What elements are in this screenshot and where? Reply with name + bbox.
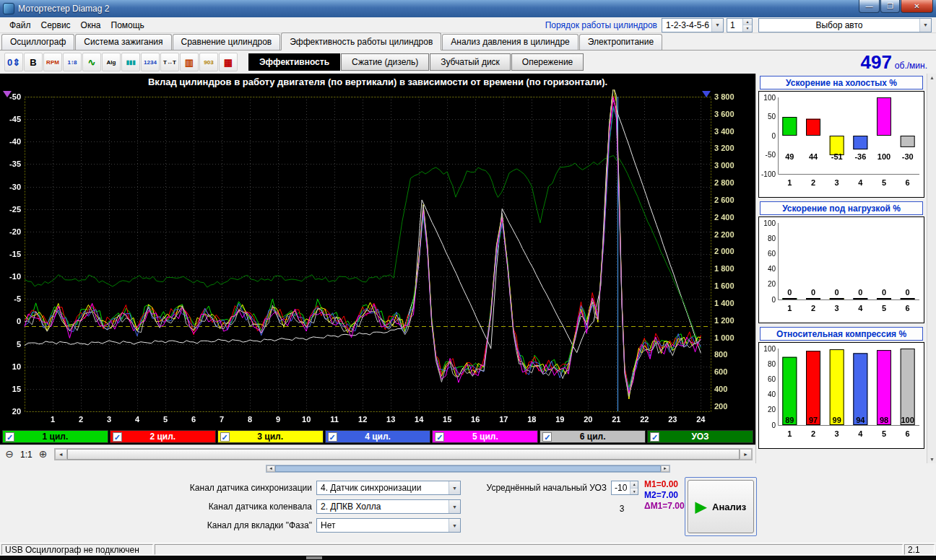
legend-cyl-1[interactable]: ✓1 цил. [2,430,108,443]
tab-2[interactable]: Сравнение цилиндров [173,34,281,50]
algorithm-button[interactable]: Alg [102,53,121,71]
amplitude-button[interactable]: B [24,53,43,71]
checkbox-icon[interactable]: ✓ [220,432,230,442]
range-button[interactable]: 1↕8 [63,53,82,71]
crank-channel-select[interactable]: 2. ДПКВ Холла ▼ [316,499,461,514]
tab-4[interactable]: Анализ давления в цилиндре [442,34,578,50]
phase-channel-select[interactable]: Нет ▼ [316,518,461,533]
checkbox-icon[interactable]: ✓ [113,432,122,442]
spin-up-icon[interactable]: ▲ [630,481,638,488]
main-chart-canvas[interactable] [0,89,755,429]
legend-row: ✓1 цил.✓2 цил.✓3 цил.✓4 цил.✓5 цил.✓6 ци… [0,429,755,445]
zero-offset-button[interactable]: 0⇕ [4,53,23,71]
crank-channel-label: Канал датчика коленвала [170,502,312,512]
subtab-0[interactable]: Эффективность [248,53,340,71]
firing-order-button[interactable]: 1234 [141,53,160,71]
tab-3[interactable]: Эффективность работы цилиндров [281,32,441,51]
minimize-button[interactable]: — [859,0,880,13]
spin-down-icon[interactable]: ▼ [743,25,752,32]
minimize-icon: — [866,2,873,10]
scrollbar-thumb[interactable] [67,449,740,460]
sync-channel-select[interactable]: 4. Датчик синхронизации ▼ [316,481,461,495]
table-button[interactable]: ▦ [219,53,238,71]
bottom-horizontal-scrollbar[interactable]: ◄ ► [266,465,670,473]
legend-cyl-3[interactable]: ✓3 цил. [217,430,324,443]
scrollbar-thumb[interactable] [275,465,661,472]
legend-cyl-5[interactable]: ✓5 цил. [432,430,538,443]
checkbox-icon[interactable]: ✓ [328,432,337,442]
cylinder-bars-button[interactable]: ▮▮▮ [121,53,140,71]
waveform-button[interactable]: ∿ [82,53,101,71]
side-chart-title-1: Ускорение под нагрузкой % [760,201,923,215]
side-chart-title-2: Относительная компрессия % [760,327,923,341]
chart-title: Вклад цилиндров в работу двигателя (по в… [0,74,755,89]
zoom-out-button[interactable]: ⊖ [3,448,16,461]
scroll-down-icon[interactable]: ▼ [930,457,935,462]
rpm-icon: RPM [46,59,59,66]
cylinder-count-spinner[interactable]: 1 ▲▼ [727,18,753,32]
zoom-in-button[interactable]: ⊕ [37,448,50,461]
analyze-label: Анализ [712,502,746,512]
analyze-button[interactable]: ▶ Анализ [688,480,754,533]
spin-up-icon[interactable]: ▲ [743,19,752,25]
legend-label: 3 цил. [230,432,311,442]
bottom-panel: Канал датчика синхронизации 4. Датчик си… [0,473,936,543]
scroll-left-icon[interactable]: ◄ [55,449,67,460]
legend-cyl-2[interactable]: ✓2 цил. [110,430,216,443]
legend-uoz[interactable]: ✓УОЗ [647,430,753,443]
dropdown-arrow-icon[interactable]: ▼ [448,481,460,494]
menu-item-3[interactable]: Помощь [106,19,150,32]
tab-1[interactable]: Система зажигания [75,34,171,50]
checkbox-icon[interactable]: ✓ [650,432,659,442]
chart-horizontal-scrollbar[interactable]: ◄ ► [54,448,753,460]
engine-button[interactable]: ▥ [180,53,199,71]
checkbox-icon[interactable]: ✓ [5,432,14,442]
side-chart-1: Ускорение под нагрузкой % [756,201,927,323]
tab-0[interactable]: Осциллограф [1,34,74,50]
sync-channel-label: Канал датчика синхронизации [170,483,312,493]
scroll-right-icon[interactable]: ► [661,465,670,472]
phase-channel-label: Канал для вкладки "Фаза" [170,520,312,530]
subtab-2[interactable]: Зубчатый диск [430,53,511,71]
tab-5[interactable]: Электропитание [579,34,662,50]
side-chart-0: Ускорение на холостых % [756,76,927,198]
subtab-1[interactable]: Сжатие (дизель) [341,53,429,71]
cylinder-bars-icon: ▮▮▮ [126,59,135,66]
car-select[interactable]: Выбор авто ▼ [758,18,932,32]
firing-order-select[interactable]: 1-2-3-4-5-6 ▼ [662,18,724,32]
rpm-button[interactable]: RPM [43,53,62,71]
time-markers-button[interactable]: T↔T [160,53,179,71]
scroll-up-icon[interactable]: ▲ [930,75,935,80]
dropdown-arrow-icon[interactable]: ▼ [919,19,931,32]
side-chart-canvas-2 [759,343,924,448]
menu-item-0[interactable]: Файл [4,19,36,32]
legend-cyl-6[interactable]: ✓6 цил. [540,430,646,443]
menu-item-1[interactable]: Сервис [36,19,76,32]
dropdown-arrow-icon[interactable]: ▼ [448,519,460,532]
side-chart-canvas-1 [759,217,924,323]
subtab-3[interactable]: Опережение [511,53,584,71]
checkbox-icon[interactable]: ✓ [542,432,552,442]
gauge-903-button[interactable]: 903 [199,53,218,71]
uoz-spinner[interactable]: -10 ▲▼ [611,481,638,495]
menu-item-2[interactable]: Окна [76,19,106,32]
app-window: Мотортестер Diamag 2 — ❐ ✕ ФайлСервисОкн… [0,0,936,560]
scroll-right-icon[interactable]: ► [740,449,752,460]
scrollbar-track[interactable] [67,449,740,460]
close-icon: ✕ [914,2,919,10]
device-status: USB Осциллограф не подключен [1,544,153,555]
side-vertical-scrollbar[interactable]: ▲ ▼ [927,74,936,463]
dropdown-arrow-icon[interactable]: ▼ [711,19,723,32]
close-button[interactable]: ✕ [901,0,933,13]
scroll-left-icon[interactable]: ◄ [266,465,275,472]
scrollbar-track[interactable] [275,465,661,472]
checkbox-icon[interactable]: ✓ [435,432,444,442]
engine-icon: ▥ [185,57,194,68]
version-label: 2.1 [904,544,935,555]
play-icon: ▶ [696,499,706,514]
maximize-button[interactable]: ❐ [880,0,900,13]
legend-cyl-4[interactable]: ✓4 цил. [325,430,431,443]
phase-channel-value: Нет [317,520,448,530]
dropdown-arrow-icon[interactable]: ▼ [448,500,460,513]
spin-down-icon[interactable]: ▼ [630,488,638,495]
